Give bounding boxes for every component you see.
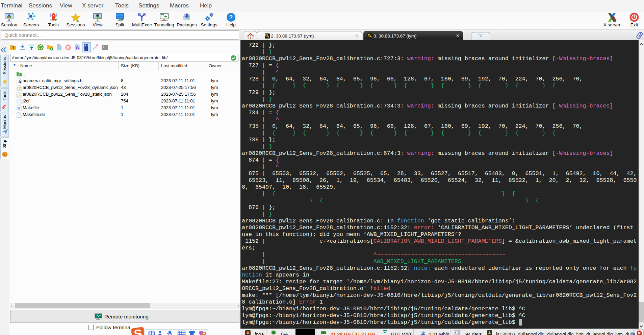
svg-text:{)}: {)} <box>17 94 22 97</box>
svg-text:h: h <box>19 79 21 84</box>
svg-text:?: ? <box>229 14 233 21</box>
svg-text:A: A <box>76 45 79 50</box>
svg-text:{)}: {)} <box>17 87 22 91</box>
